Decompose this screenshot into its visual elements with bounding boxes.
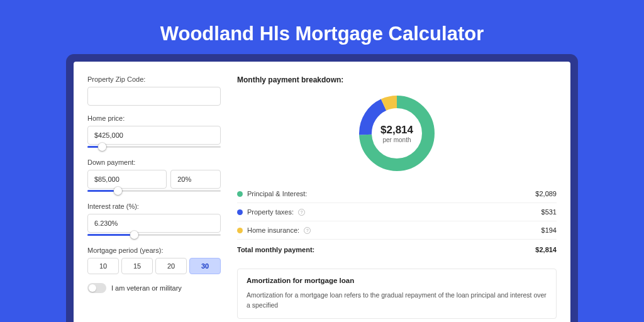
page-title: Woodland Hls Mortgage Calculator — [0, 0, 644, 62]
price-slider[interactable] — [87, 146, 221, 150]
legend-label: Principal & Interest: — [247, 190, 307, 197]
slider-thumb[interactable] — [130, 231, 138, 239]
dot-icon — [237, 191, 243, 197]
toggle-knob — [89, 284, 96, 292]
down-percent-input[interactable] — [170, 170, 221, 189]
legend-value: $531 — [541, 208, 557, 216]
total-row: Total monthly payment: $2,814 — [237, 240, 557, 260]
amortization-title: Amortization for mortgage loan — [247, 277, 547, 284]
legend-label: Home insurance: — [247, 226, 299, 234]
period-20[interactable]: 20 — [155, 258, 187, 274]
donut-amount: $2,814 — [380, 124, 413, 136]
veteran-label: I am veteran or military — [111, 284, 182, 292]
breakdown-panel: Monthly payment breakdown: $2,814 per mo… — [231, 62, 570, 322]
legend-value: $194 — [541, 226, 557, 234]
zip-label: Property Zip Code: — [87, 75, 221, 83]
veteran-toggle[interactable] — [87, 283, 106, 293]
amortization-box: Amortization for mortgage loan Amortizat… — [237, 269, 557, 319]
rate-input[interactable] — [87, 214, 221, 233]
legend-principal: Principal & Interest: $2,089 — [237, 185, 557, 203]
info-icon[interactable]: ? — [298, 209, 305, 216]
rate-slider[interactable] — [87, 234, 221, 238]
period-label: Mortgage period (years): — [87, 247, 221, 254]
period-group: 10 15 20 30 — [87, 258, 221, 274]
amortization-body: Amortization for a mortgage loan refers … — [247, 291, 547, 311]
slider-thumb[interactable] — [114, 187, 122, 195]
rate-label: Interest rate (%): — [87, 203, 221, 210]
calculator-card: Property Zip Code: Home price: Down paym… — [74, 62, 570, 322]
down-slider[interactable] — [87, 190, 221, 194]
period-15[interactable]: 15 — [121, 258, 153, 274]
price-input[interactable] — [87, 126, 221, 145]
form-panel: Property Zip Code: Home price: Down paym… — [74, 62, 231, 322]
info-icon[interactable]: ? — [304, 227, 311, 234]
total-label: Total monthly payment: — [237, 246, 314, 253]
legend-insurance: Home insurance: ? $194 — [237, 221, 557, 240]
breakdown-heading: Monthly payment breakdown: — [237, 75, 557, 84]
dot-icon — [237, 228, 243, 233]
price-label: Home price: — [87, 114, 221, 122]
slider-thumb[interactable] — [98, 143, 106, 151]
donut-sub: per month — [380, 136, 413, 143]
zip-input[interactable] — [87, 87, 221, 106]
legend-label: Property taxes: — [247, 208, 294, 216]
down-amount-input[interactable] — [87, 170, 167, 189]
donut-chart: $2,814 per month — [237, 93, 557, 174]
period-10[interactable]: 10 — [87, 258, 119, 274]
dot-icon — [237, 209, 243, 215]
period-30[interactable]: 30 — [189, 258, 221, 274]
legend-taxes: Property taxes: ? $531 — [237, 203, 557, 221]
down-label: Down payment: — [87, 158, 221, 166]
legend-value: $2,089 — [535, 190, 557, 197]
total-value: $2,814 — [535, 246, 557, 253]
